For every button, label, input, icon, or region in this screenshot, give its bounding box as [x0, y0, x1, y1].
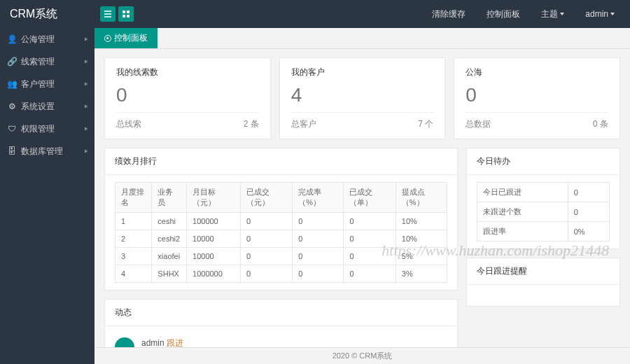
chevron-right-icon	[85, 82, 88, 86]
stat-title: 我的线索数	[116, 66, 259, 78]
sidebar-icon: 🗄	[7, 146, 17, 156]
table-header: 已成交（元）	[240, 183, 292, 213]
sidebar-item-1[interactable]: 🔗线索管理	[0, 50, 94, 73]
todo-panel: 今日待办 今日已跟进0未跟进个数0跟进率0%	[466, 148, 620, 249]
panel-title: 动态	[105, 300, 457, 326]
sidebar-icon: 🔗	[7, 57, 17, 66]
ranking-panel: 绩效月排行 月度排名业务员月目标（元）已成交（元）完成率（%）已成交（单）提成点…	[104, 148, 458, 290]
table-header: 提成点（%）	[396, 183, 447, 213]
sidebar-item-label: 客户管理	[21, 78, 55, 90]
table-row: 4SHHX10000000003%	[115, 265, 447, 283]
table-row: 3xiaofei100000005%	[115, 248, 447, 265]
target-icon	[104, 35, 111, 42]
feed-user: admin	[141, 338, 164, 347]
app-title: CRM系统	[0, 7, 94, 22]
chevron-down-icon	[610, 13, 615, 15]
sidebar-item-4[interactable]: 🛡权限管理	[0, 118, 94, 140]
stat-foot-value: 7 个	[418, 118, 433, 130]
sidebar-item-label: 数据库管理	[21, 146, 63, 158]
tab-bar: 控制面板	[94, 28, 630, 49]
stat-foot-label: 总客户	[291, 118, 316, 130]
sidebar-item-label: 系统设置	[21, 101, 55, 113]
panel-title: 今日跟进提醒	[467, 258, 620, 285]
panel-title: 绩效月排行	[105, 148, 457, 175]
tab-dashboard[interactable]: 控制面板	[94, 28, 158, 48]
todo-table: 今日已跟进0未跟进个数0跟进率0%	[477, 182, 610, 241]
table-header: 月度排名	[115, 183, 152, 213]
table-header: 月目标（元）	[187, 183, 241, 213]
chevron-right-icon	[85, 149, 88, 153]
table-row: 未跟进个数0	[477, 202, 610, 222]
clear-cache-link[interactable]: 清除缓存	[432, 8, 465, 20]
stat-card-1: 我的客户4总客户7 个	[279, 57, 446, 139]
avatar	[115, 337, 134, 347]
table-row: 今日已跟进0	[477, 183, 610, 202]
fullscreen-button[interactable]	[118, 6, 134, 22]
feed-item: admin 跟进 跟进记录: 跟进时间：2021-07-07 16:46:12	[115, 333, 447, 347]
table-row: 2ceshi21000000010%	[115, 230, 447, 248]
chevron-right-icon	[85, 104, 88, 108]
stat-foot-value: 0 条	[593, 118, 608, 130]
feed-action[interactable]: 跟进	[167, 338, 183, 347]
svg-rect-1	[127, 10, 130, 13]
stat-value: 4	[291, 84, 434, 106]
sidebar-item-label: 权限管理	[21, 123, 55, 135]
table-row: 跟进率0%	[477, 222, 610, 241]
svg-rect-0	[122, 10, 125, 13]
sidebar-item-2[interactable]: 👥客户管理	[0, 73, 94, 95]
stat-foot-label: 总线索	[116, 118, 141, 130]
sidebar-item-3[interactable]: ⚙系统设置	[0, 95, 94, 118]
sidebar-icon: 🛡	[7, 124, 17, 134]
activity-panel: 动态 admin 跟进 跟进记录: 跟进时间：2021-07-07 16:46:…	[104, 299, 458, 347]
stat-card-2: 公海0总数据0 条	[454, 57, 620, 139]
user-dropdown[interactable]: admin	[585, 9, 615, 19]
theme-dropdown[interactable]: 主题	[541, 8, 564, 20]
sidebar-item-label: 线索管理	[21, 56, 55, 68]
stat-title: 公海	[465, 66, 608, 78]
table-row: 1ceshi10000000010%	[115, 213, 447, 230]
remind-panel: 今日跟进提醒	[466, 258, 620, 307]
stat-foot-value: 2 条	[244, 118, 259, 130]
panel-title: 今日待办	[467, 148, 620, 175]
sidebar-item-label: 公海管理	[21, 34, 55, 46]
sidebar-item-0[interactable]: 👤公海管理	[0, 28, 94, 50]
sidebar-item-5[interactable]: 🗄数据库管理	[0, 140, 94, 162]
tab-label: 控制面板	[114, 32, 148, 44]
stat-value: 0	[465, 84, 608, 106]
stat-card-0: 我的线索数0总线索2 条	[104, 57, 271, 139]
stat-title: 我的客户	[291, 66, 434, 78]
svg-rect-3	[127, 15, 130, 18]
table-header: 业务员	[152, 183, 187, 213]
ranking-table: 月度排名业务员月目标（元）已成交（元）完成率（%）已成交（单）提成点（%） 1c…	[115, 182, 447, 283]
stat-value: 0	[116, 84, 259, 106]
table-header: 完成率（%）	[293, 183, 344, 213]
sidebar-icon: 👤	[7, 34, 17, 44]
svg-rect-2	[122, 15, 125, 18]
chevron-right-icon	[85, 127, 88, 131]
sidebar-icon: 👥	[7, 79, 17, 89]
stat-foot-label: 总数据	[465, 118, 491, 130]
footer: 2020 © CRM系统	[94, 347, 630, 364]
chevron-down-icon	[560, 13, 564, 15]
sidebar: 👤公海管理🔗线索管理👥客户管理⚙系统设置🛡权限管理🗄数据库管理	[0, 28, 94, 364]
chevron-right-icon	[85, 59, 88, 64]
menu-toggle-button[interactable]	[100, 6, 115, 22]
table-header: 已成交（单）	[344, 183, 396, 213]
dashboard-link[interactable]: 控制面板	[486, 8, 520, 20]
chevron-right-icon	[85, 37, 88, 41]
sidebar-icon: ⚙	[7, 102, 17, 111]
